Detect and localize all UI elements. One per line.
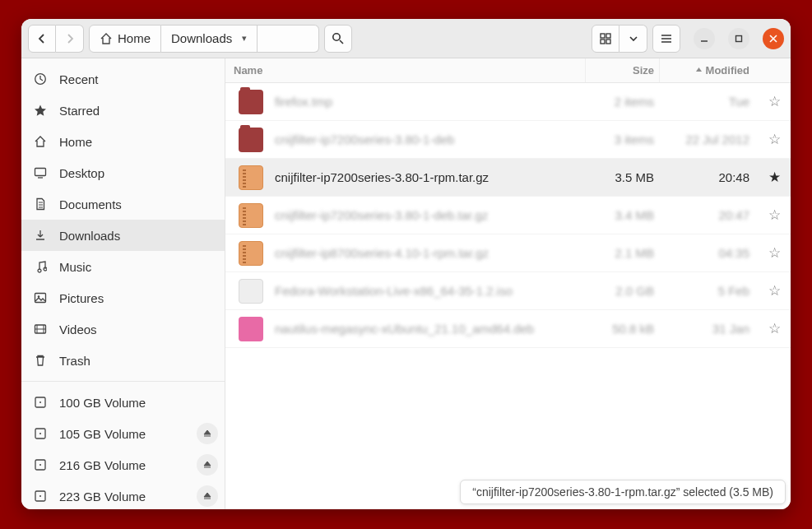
file-row[interactable]: cnijfilter-ip7200series-3.80-1-rpm.tar.g… xyxy=(225,159,791,197)
file-size: 3.4 MB xyxy=(585,208,659,222)
view-dropdown-button[interactable] xyxy=(619,25,647,53)
col-name[interactable]: Name xyxy=(234,64,585,77)
sidebar-item-music[interactable]: Music xyxy=(21,251,225,282)
file-row[interactable]: cnijfilter-ip8700series-4.10-1-rpm.tar.g… xyxy=(225,234,791,272)
svg-point-18 xyxy=(39,495,41,497)
back-button[interactable] xyxy=(28,25,56,53)
sidebar-item-label: Videos xyxy=(59,323,97,336)
minimize-icon xyxy=(700,35,708,43)
folder-icon xyxy=(239,128,263,152)
sidebar-volume-1[interactable]: 105 GB Volume xyxy=(21,418,225,449)
eject-button[interactable] xyxy=(197,423,218,444)
file-row[interactable]: Fedora-Workstation-Live-x86_64-35-1.2.is… xyxy=(225,272,791,310)
svg-point-16 xyxy=(39,464,41,466)
eject-button[interactable] xyxy=(197,454,218,476)
search-button[interactable] xyxy=(324,25,352,53)
sidebar-volume-0[interactable]: 100 GB Volume xyxy=(21,387,225,418)
file-size: 2 items xyxy=(585,95,659,109)
sidebar-item-label: 223 GB Volume xyxy=(59,490,146,503)
svg-rect-3 xyxy=(601,39,605,44)
sidebar-item-recent[interactable]: Recent xyxy=(21,63,225,95)
eject-icon xyxy=(203,492,211,500)
sidebar-item-downloads[interactable]: Downloads xyxy=(21,220,225,251)
file-name: cnijfilter-ip7200series-3.80-1-deb xyxy=(275,132,585,146)
sidebar-volume-3[interactable]: 223 GB Volume xyxy=(21,480,225,509)
arch-icon xyxy=(239,165,263,190)
grid-view-button[interactable] xyxy=(592,25,619,53)
star-toggle[interactable]: ★ xyxy=(758,169,791,186)
file-modified: 31 Jan xyxy=(659,322,758,336)
file-name: cnijfilter-ip7200series-3.80-1-rpm.tar.g… xyxy=(275,170,585,184)
sidebar-volume-2[interactable]: 216 GB Volume xyxy=(21,449,225,480)
trash-icon xyxy=(33,354,48,367)
minimize-button[interactable] xyxy=(694,28,715,49)
file-row[interactable]: nautilus-megasync-xUbuntu_21.10_amd64.de… xyxy=(225,310,791,348)
star-toggle[interactable]: ☆ xyxy=(758,320,791,337)
col-modified[interactable]: Modified xyxy=(659,58,758,82)
file-row[interactable]: cnijfilter-ip7200series-3.80-1-deb3 item… xyxy=(225,121,791,159)
maximize-button[interactable] xyxy=(728,28,749,49)
nav-buttons xyxy=(28,25,84,53)
file-row[interactable]: firefox.tmp2 itemsTue☆ xyxy=(225,83,791,121)
grid-icon xyxy=(600,33,611,44)
file-modified: 20:48 xyxy=(659,170,758,184)
path-bar: Home Downloads xyxy=(89,25,319,53)
file-rows: firefox.tmp2 itemsTue☆cnijfilter-ip7200s… xyxy=(225,83,791,509)
arch-icon xyxy=(239,203,263,228)
view-buttons xyxy=(592,25,647,53)
clock-icon xyxy=(33,72,48,86)
col-size[interactable]: Size xyxy=(585,58,659,82)
file-modified: 5 Feb xyxy=(659,284,758,298)
star-toggle[interactable]: ☆ xyxy=(758,244,791,262)
eject-button[interactable] xyxy=(197,485,218,507)
videos-icon xyxy=(33,323,48,336)
sidebar-item-label: Music xyxy=(59,260,91,274)
sidebar-item-desktop[interactable]: Desktop xyxy=(21,157,225,188)
star-toggle[interactable]: ☆ xyxy=(758,282,791,299)
downloads-icon xyxy=(33,229,48,242)
star-toggle[interactable]: ☆ xyxy=(758,131,791,148)
sort-asc-icon xyxy=(695,67,703,74)
column-headers: Name Size Modified xyxy=(225,58,791,83)
star-toggle[interactable]: ☆ xyxy=(758,206,791,224)
drive-icon xyxy=(33,427,48,440)
path-current-label: Downloads xyxy=(171,31,232,45)
svg-rect-2 xyxy=(606,34,610,38)
close-button[interactable] xyxy=(763,28,784,49)
chevron-left-icon xyxy=(37,34,47,44)
star-toggle[interactable]: ☆ xyxy=(758,93,791,110)
file-size: 50.8 kB xyxy=(585,322,659,336)
sidebar-item-starred[interactable]: Starred xyxy=(21,95,225,126)
drive-icon xyxy=(33,458,48,471)
sidebar-item-label: Documents xyxy=(59,197,122,211)
sidebar-item-documents[interactable]: Documents xyxy=(21,188,225,220)
svg-rect-8 xyxy=(35,294,46,303)
sidebar-item-trash[interactable]: Trash xyxy=(21,345,225,376)
file-modified: 04:35 xyxy=(659,246,758,260)
drive-icon xyxy=(33,490,48,503)
file-size: 3.5 MB xyxy=(585,170,659,184)
sidebar-item-pictures[interactable]: Pictures xyxy=(21,282,225,313)
desktop-icon xyxy=(33,166,48,179)
sidebar-item-label: Recent xyxy=(59,72,99,86)
col-modified-label: Modified xyxy=(706,64,749,77)
path-home[interactable]: Home xyxy=(89,25,161,53)
file-row[interactable]: cnijfilter-ip7200series-3.80-1-deb.tar.g… xyxy=(225,197,791,234)
sidebar-item-videos[interactable]: Videos xyxy=(21,313,225,345)
arch-icon xyxy=(239,241,263,266)
hamburger-icon xyxy=(661,33,672,44)
sidebar-item-label: Home xyxy=(59,135,92,149)
search-icon xyxy=(332,32,344,44)
sidebar-separator xyxy=(21,381,225,382)
svg-point-14 xyxy=(39,433,41,434)
eject-icon xyxy=(203,461,211,469)
headerbar: Home Downloads xyxy=(21,19,791,58)
file-manager-window: Home Downloads xyxy=(21,19,791,509)
forward-button[interactable] xyxy=(56,25,84,53)
sidebar-item-label: 105 GB Volume xyxy=(59,427,146,441)
hamburger-button[interactable] xyxy=(652,25,680,53)
sidebar-item-home[interactable]: Home xyxy=(21,126,225,157)
file-name: Fedora-Workstation-Live-x86_64-35-1.2.is… xyxy=(275,284,585,298)
path-blank[interactable] xyxy=(258,25,318,53)
path-current[interactable]: Downloads xyxy=(161,25,258,53)
